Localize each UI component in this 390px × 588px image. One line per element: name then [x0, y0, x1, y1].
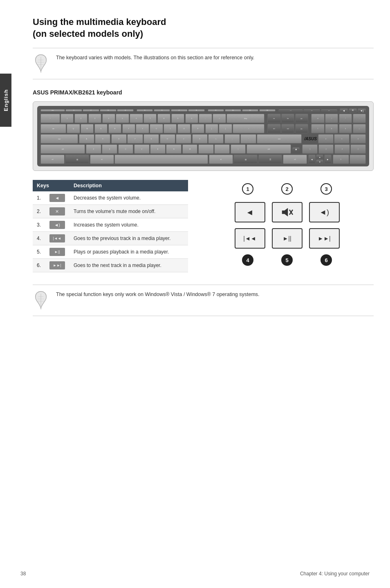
table-row: 4.|◄◄Goes to the previous track in a med… [33, 232, 188, 245]
table-row: 1.◄Decreases the system volume. [33, 191, 188, 205]
tilde-key: ~ [40, 114, 60, 123]
note-icon-1 [33, 53, 51, 74]
up-key: ▲ [292, 144, 300, 154]
note-box-1: The keyboard varies with models. The ill… [33, 48, 374, 79]
rwin-key: ⊞ [233, 155, 258, 164]
diagram-cell-4: 4 [231, 254, 264, 267]
row-num-5: 5. [33, 245, 45, 259]
q-key: Q [67, 124, 80, 133]
y-key: Y [136, 124, 149, 133]
table-row: 6.►►|Goes to the next track in a media p… [33, 259, 188, 272]
np-9-key: 9 [339, 124, 352, 133]
2-key: 2 [74, 114, 87, 123]
z-key: Z [86, 144, 101, 154]
key-icon-3: ◄) [49, 221, 65, 229]
np-plus-key: + [353, 124, 366, 133]
title-line2: (on selected models only) [33, 29, 143, 39]
diagram-cell-2: 2 [271, 183, 303, 196]
row-icon-4: |◄◄ [45, 232, 69, 245]
3-key: 3 [88, 114, 101, 123]
row-icon-6: ►►| [45, 259, 69, 272]
s-key: S [95, 134, 110, 144]
key-icon-5: ►|| [49, 248, 65, 256]
sidebar: English [0, 74, 11, 127]
8-key: 8 [157, 114, 170, 123]
pen-icon [33, 53, 49, 73]
diagram-cell-5: 5 [271, 254, 303, 267]
vol-down-top-key: ◄ [340, 108, 348, 112]
1-key: 1 [61, 114, 74, 123]
lwin-key: ⊞ [65, 155, 89, 164]
zxcv-row: shift Z X C V B N M , . / shift ▲ 1 2 3 [40, 144, 366, 154]
np-2-key: 2 [318, 144, 334, 154]
number-row: ~ 1 2 3 4 5 6 7 8 9 0 - = bksp ins hm pg… [40, 114, 366, 123]
play-pause-btn: ►|| [272, 228, 303, 249]
row-num-2: 2. [33, 205, 45, 218]
np-4-key: 4 [318, 134, 334, 144]
rbracket-key: ] [219, 124, 232, 133]
np-slash-key: / [325, 114, 338, 123]
np-minus-key: - [353, 114, 366, 123]
semicolon-key: ; [224, 134, 240, 144]
row-icon-3: ◄) [45, 218, 69, 232]
keys-table: Keys Description 1.◄Decreases the system… [33, 180, 188, 272]
down-arrow-key: ▼ [316, 159, 323, 164]
pause-key: brk [321, 109, 338, 112]
note-text-2: The special function keys only work on W… [56, 290, 260, 297]
page-footer: 38 Chapter 4: Using your computer [0, 571, 390, 577]
scroll-lock-key: scrl [303, 109, 320, 112]
rctrl-key: ctrl [283, 155, 307, 164]
row-icon-5: ►|| [45, 245, 69, 259]
vol-down-btn: ◄ [235, 202, 265, 222]
5-key: 5 [116, 114, 129, 123]
bottom-row: ctrl ⊞ alt alt ⊞ ☰ ctrl ◄ ▲ ▼ ► 0 . [40, 155, 366, 164]
caps-key: caps [40, 134, 78, 144]
keyboard-visual: esc f1 f2 f3 f4 f5 f6 f7 f8 f9 f10 f11 f… [37, 106, 369, 166]
row-desc-5: Plays or pauses playback in a media play… [69, 245, 188, 259]
n-key: N [166, 144, 182, 154]
row-icon-2: ✕ [45, 205, 69, 218]
row-num-6: 6. [33, 259, 45, 272]
r-key: R [108, 124, 121, 133]
page-number: 38 [20, 571, 26, 577]
next-track-btn: ►►| [309, 228, 340, 249]
title-line1: Using the multimedia keyboard [33, 17, 166, 27]
diagram-cell-1: 1 [231, 183, 264, 196]
circle-1: 1 [242, 183, 253, 195]
main-content: Using the multimedia keyboard (on select… [20, 0, 390, 332]
mute-btn [272, 202, 303, 222]
i-key: I [164, 124, 177, 133]
col-desc: Description [69, 180, 188, 191]
row-desc-4: Goes to the previous track in a media pl… [69, 232, 188, 245]
o-key: O [177, 124, 191, 133]
f3-key: f3 [100, 109, 117, 112]
end-key: end [281, 124, 294, 133]
backspace-key: bksp [226, 114, 264, 123]
np-star-key: * [339, 114, 352, 123]
diagram-top-buttons: ◄ ◄) [200, 202, 374, 222]
tab-key: tab [40, 124, 66, 133]
np-0-key: 0 [333, 155, 349, 164]
note-text-1: The keyboard varies with models. The ill… [56, 53, 254, 61]
d-key: D [111, 134, 127, 144]
key-icon-4: |◄◄ [49, 234, 65, 242]
asus-logo: /ASUS [304, 137, 317, 141]
diagram-cell-6: 6 [310, 254, 343, 267]
f-key: F [127, 134, 143, 144]
lalt-key: alt [90, 155, 114, 164]
j-key: J [176, 134, 191, 144]
minus-key: - [199, 114, 212, 123]
svg-marker-4 [282, 208, 288, 216]
v-key: V [134, 144, 150, 154]
menu-key: ☰ [258, 155, 282, 164]
col-keys: Keys [33, 180, 69, 191]
t-key: T [122, 124, 135, 133]
a-key: A [79, 134, 94, 144]
u-key: U [150, 124, 163, 133]
diagram-area: 1 2 3 ◄ [200, 183, 374, 272]
key-icon-2: ✕ [49, 207, 65, 215]
circle-6: 6 [321, 254, 332, 266]
note-icon-2 [33, 290, 51, 311]
vol-up-icon: ◄) [319, 208, 329, 217]
table-row: 5.►||Plays or pauses playback in a media… [33, 245, 188, 259]
